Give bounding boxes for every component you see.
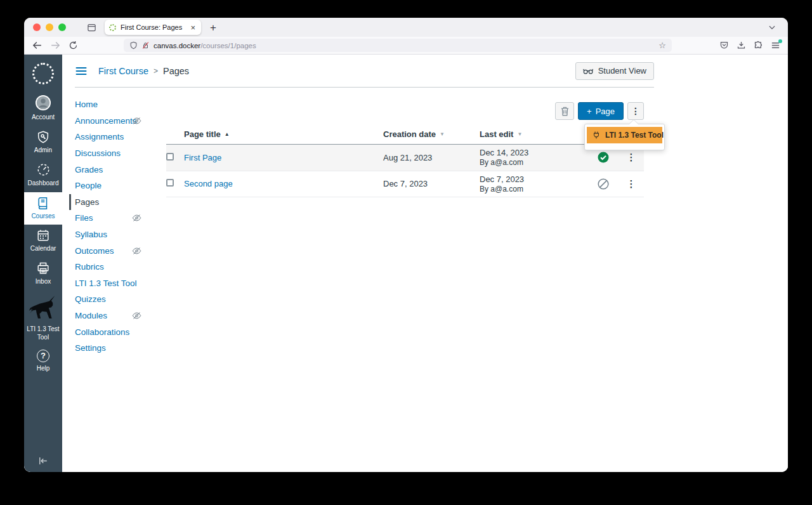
canvas-logo-icon[interactable] (32, 63, 54, 84)
column-header-creation-date[interactable]: Creation date▼ (383, 128, 480, 145)
toolbar-right-icons (719, 41, 780, 50)
pages-table: Page title▲ Creation date▼ Last edit▼ Fi… (166, 128, 644, 197)
pages-toolbar: + Page ⋮ (166, 102, 644, 120)
course-nav-people[interactable]: People (75, 178, 166, 194)
course-nav-pages[interactable]: Pages (69, 194, 166, 211)
add-page-button[interactable]: + Page (578, 102, 624, 120)
close-tab-icon[interactable]: × (189, 23, 197, 32)
page-title-link[interactable]: Second page (184, 179, 233, 188)
downloads-icon[interactable] (737, 41, 746, 50)
sidebar-item-lti-test-tool[interactable]: LTI 1.3 Test Tool (24, 290, 62, 346)
list-tabs-chevron-icon[interactable] (768, 23, 776, 32)
sidebar-item-label: Help (37, 365, 50, 373)
new-tab-button[interactable]: + (210, 22, 216, 33)
url-path: /courses/1/pages (200, 42, 256, 49)
sidebar-item-courses[interactable]: Courses (24, 192, 62, 225)
unpublished-icon[interactable] (587, 178, 619, 190)
browser-tab[interactable]: First Course: Pages × (105, 20, 201, 35)
student-view-label: Student View (598, 66, 646, 75)
breadcrumb-course-link[interactable]: First Course (98, 66, 148, 76)
row-checkbox[interactable] (166, 153, 174, 161)
sidebar-item-admin[interactable]: Admin (24, 126, 62, 159)
course-nav-announcements[interactable]: Announcements (75, 113, 166, 129)
insecure-lock-icon[interactable] (141, 41, 150, 49)
address-bar[interactable]: canvas.docker/courses/1/pages ☆ (124, 39, 672, 52)
course-nav-modules[interactable]: Modules (75, 308, 166, 324)
zoom-window-button[interactable] (58, 23, 66, 31)
sidebar-item-label: Admin (34, 147, 52, 155)
reload-icon[interactable] (69, 41, 78, 50)
menu-notification-dot (778, 39, 782, 43)
last-edit-by: By a@a.com (480, 158, 587, 167)
kebab-icon: ⋮ (631, 106, 640, 116)
menu-item-lti-test-tool[interactable]: LTI 1.3 Test Tool (587, 127, 662, 143)
student-view-button[interactable]: Student View (575, 62, 654, 80)
course-nav-lti-test-tool[interactable]: LTI 1.3 Test Tool (75, 275, 166, 292)
sidebar-item-account[interactable]: Account (24, 91, 62, 126)
canvas-app: Account Admin Dashboard Courses (24, 55, 788, 472)
extensions-icon[interactable] (754, 41, 763, 50)
firefox-view-icon[interactable] (87, 23, 96, 32)
tracking-shield-icon[interactable] (129, 41, 138, 49)
sidebar-item-inbox[interactable]: Inbox (24, 258, 62, 291)
global-nav-sidebar: Account Admin Dashboard Courses (24, 55, 62, 472)
window-controls (33, 23, 66, 31)
last-edit-cell: Dec 14, 2023 By a@a.com (480, 145, 587, 171)
checkbox-column-header (166, 128, 184, 145)
browser-window: First Course: Pages × + canvas.docker/co… (24, 18, 788, 472)
dashboard-gauge-icon (36, 162, 51, 177)
unicorn-icon (28, 294, 58, 323)
course-nav-rubrics[interactable]: Rubrics (75, 259, 166, 275)
close-window-button[interactable] (33, 23, 41, 31)
pages-options-menu: LTI 1.3 Test Tool (584, 124, 665, 150)
application-menu-icon[interactable] (771, 41, 780, 50)
row-checkbox[interactable] (166, 179, 174, 187)
creation-date-cell: Dec 7, 2023 (383, 171, 480, 197)
sidebar-item-calendar[interactable]: Calendar (24, 225, 62, 258)
sort-ascending-icon: ▲ (225, 131, 230, 137)
back-icon[interactable] (32, 40, 43, 51)
course-nav: Home Announcements Assignments Discussio… (75, 88, 166, 472)
row-kebab-icon[interactable]: ⋮ (627, 178, 637, 189)
course-nav-outcomes[interactable]: Outcomes (75, 242, 166, 259)
course-nav-toggle-icon[interactable] (75, 65, 88, 77)
help-icon: ? (37, 350, 49, 362)
course-content: First Course > Pages Student View Home A… (62, 55, 788, 472)
course-nav-settings[interactable]: Settings (75, 340, 166, 357)
pages-options-kebab-button[interactable]: ⋮ (627, 102, 644, 120)
minimize-window-button[interactable] (46, 23, 53, 31)
row-kebab-icon[interactable]: ⋮ (627, 152, 637, 162)
course-nav-collaborations[interactable]: Collaborations (75, 324, 166, 340)
sidebar-item-label: Calendar (30, 245, 56, 253)
pages-main: + Page ⋮ LTI 1.3 Test Tool (166, 88, 654, 472)
course-nav-discussions[interactable]: Discussions (75, 145, 166, 162)
sidebar-item-help[interactable]: ? Help (24, 346, 62, 377)
forward-icon[interactable] (50, 40, 61, 51)
last-edit-by: By a@a.com (480, 185, 587, 193)
glasses-icon (583, 67, 594, 75)
page-header: First Course > Pages Student View (75, 55, 654, 87)
course-nav-syllabus[interactable]: Syllabus (75, 226, 166, 243)
course-nav-files[interactable]: Files (75, 210, 166, 226)
page-title-link[interactable]: First Page (184, 153, 221, 162)
course-nav-quizzes[interactable]: Quizzes (75, 291, 166, 308)
plus-icon: + (587, 107, 592, 116)
published-icon[interactable] (587, 152, 619, 163)
collapse-global-nav-button[interactable] (24, 455, 49, 467)
delete-pages-button[interactable] (555, 102, 574, 120)
sort-icon: ▼ (517, 131, 522, 137)
inbox-icon (36, 261, 50, 275)
breadcrumb-separator: > (148, 67, 163, 75)
bookmark-star-icon[interactable]: ☆ (658, 41, 666, 50)
pocket-icon[interactable] (719, 41, 729, 50)
sidebar-item-dashboard[interactable]: Dashboard (24, 159, 62, 192)
sidebar-item-label: LTI 1.3 Test Tool (24, 325, 62, 341)
table-row: Second page Dec 7, 2023 Dec 7, 2023 By a… (166, 171, 644, 197)
column-header-page-title[interactable]: Page title▲ (184, 128, 383, 145)
course-nav-home[interactable]: Home (75, 96, 166, 113)
url-host: canvas.docker (154, 42, 200, 49)
course-nav-grades[interactable]: Grades (75, 161, 166, 178)
menu-item-label: LTI 1.3 Test Tool (605, 131, 664, 140)
column-header-last-edit[interactable]: Last edit▼ (480, 128, 587, 145)
course-nav-assignments[interactable]: Assignments (75, 129, 166, 145)
